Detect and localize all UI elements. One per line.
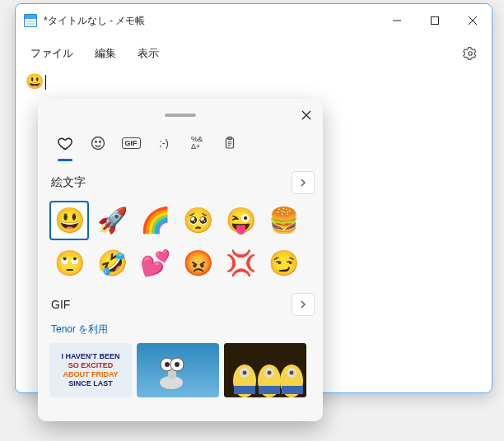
menu-view[interactable]: 表示 (129, 41, 167, 66)
svg-point-8 (96, 142, 97, 143)
close-button[interactable] (454, 4, 492, 37)
gif-thumb[interactable] (137, 343, 219, 397)
emoji-item[interactable]: 💕 (135, 244, 175, 283)
editor-content: 😃 (26, 75, 44, 90)
section-header-gif: GIF (51, 293, 315, 316)
gif-section-expand[interactable] (292, 293, 315, 316)
menu-file[interactable]: ファイル (22, 41, 82, 66)
picker-tabs: GIF ;-) %& Δ+ (38, 122, 323, 158)
svg-point-30 (290, 371, 294, 375)
gif-grid: I HAVEN'T BEEN SO EXCITED ABOUT FRIDAY S… (49, 343, 316, 404)
gif-provider-label: Tenor を利用 (51, 323, 315, 337)
emoji-item[interactable]: 😏 (264, 244, 303, 283)
titlebar[interactable]: *タイトルなし - メモ帳 (16, 4, 492, 37)
notepad-icon (24, 14, 37, 27)
svg-rect-33 (282, 386, 303, 394)
svg-rect-31 (234, 386, 255, 394)
text-caret (45, 75, 46, 90)
emoji-item[interactable]: 🌈 (135, 201, 175, 240)
window-title: *タイトルなし - メモ帳 (44, 14, 145, 28)
tab-symbols[interactable]: %& Δ+ (181, 128, 212, 158)
emoji-item[interactable]: 🤣 (92, 244, 132, 283)
emoji-item[interactable]: 💢 (221, 244, 260, 283)
svg-point-9 (100, 142, 101, 143)
maximize-button[interactable] (416, 4, 454, 37)
svg-point-26 (243, 371, 247, 375)
section-header-emoji: 絵文字 (51, 171, 315, 194)
emoji-item[interactable]: 🙄 (49, 244, 89, 283)
svg-point-4 (469, 52, 473, 56)
tab-gif[interactable]: GIF (115, 128, 147, 158)
menubar: ファイル 編集 表示 (16, 37, 492, 70)
section-title-gif: GIF (51, 298, 70, 311)
tab-clipboard[interactable] (214, 128, 245, 158)
picker-scroll-area[interactable]: 絵文字 😃 🚀 🌈 🥺 😜 🍔 🙄 🤣 💕 😡 💢 😏 GIF T (38, 158, 323, 421)
svg-point-20 (175, 362, 180, 367)
emoji-section-expand[interactable] (292, 171, 315, 194)
drag-handle[interactable] (165, 114, 196, 117)
picker-close-button[interactable] (295, 104, 318, 127)
text-editor[interactable]: 😃 (16, 70, 492, 95)
tab-emoji[interactable] (82, 128, 114, 158)
svg-point-28 (268, 371, 272, 375)
emoji-item[interactable]: 😡 (178, 244, 217, 283)
emoji-item[interactable]: 🚀 (92, 201, 132, 240)
section-title-emoji: 絵文字 (51, 175, 86, 190)
tab-recent[interactable] (49, 128, 81, 158)
gif-thumb[interactable] (224, 343, 306, 397)
svg-rect-32 (259, 386, 280, 394)
svg-rect-1 (432, 17, 439, 25)
svg-point-7 (92, 137, 105, 150)
tab-kaomoji[interactable]: ;-) (148, 128, 180, 158)
emoji-item[interactable]: 🥺 (178, 201, 217, 240)
minimize-button[interactable] (378, 4, 416, 37)
menu-edit[interactable]: 編集 (86, 41, 124, 66)
gif-thumb[interactable]: I HAVEN'T BEEN SO EXCITED ABOUT FRIDAY S… (49, 343, 132, 397)
emoji-grid: 😃 🚀 🌈 🥺 😜 🍔 🙄 🤣 💕 😡 💢 😏 (49, 201, 316, 283)
emoji-item[interactable]: 😃 (49, 201, 89, 240)
svg-point-19 (165, 362, 170, 367)
emoji-item[interactable]: 🍔 (264, 201, 303, 240)
settings-button[interactable] (455, 39, 485, 68)
emoji-picker-panel: GIF ;-) %& Δ+ 絵文字 😃 🚀 🌈 🥺 😜 🍔 🙄 🤣 (38, 99, 323, 421)
emoji-item[interactable]: 😜 (221, 201, 260, 240)
